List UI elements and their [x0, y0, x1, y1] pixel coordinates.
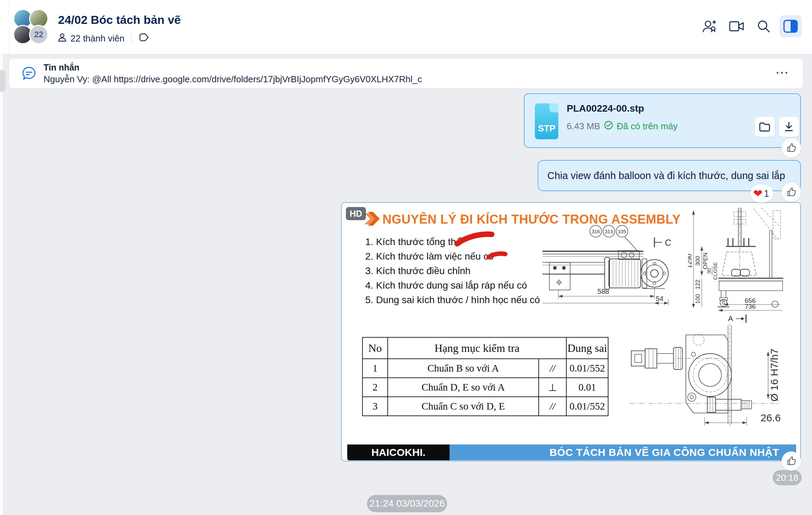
pinned-texts: Tin nhắn Nguyễn Vy: @All https://drive.g…	[44, 63, 422, 85]
download-button[interactable]	[779, 117, 799, 137]
list-item: 3. Kích thước điều chỉnh	[365, 264, 566, 278]
svg-text:316: 316	[592, 229, 600, 234]
file-type-label: STP	[535, 123, 558, 134]
like-button-text[interactable]	[782, 182, 801, 202]
toggle-sidebar-button[interactable]	[780, 15, 802, 37]
image-footer-banner: HAICOKHI. BÓC TÁCH BẢN VẼ GIA CÔNG CHUẨN…	[347, 444, 796, 460]
cell-no: 3	[362, 397, 388, 416]
tag-icon[interactable]	[139, 32, 150, 45]
list-item: 4. Kích thước dung sai lắp ráp nếu có	[365, 278, 566, 293]
reaction-count: 1	[764, 188, 769, 199]
cell-item: Chuẩn C so với D, E	[388, 397, 539, 416]
file-size: 6.43 MB	[567, 121, 600, 132]
video-call-button[interactable]	[726, 15, 748, 37]
cell-no: 1	[362, 359, 388, 378]
svg-text:OPEN: OPEN	[702, 253, 709, 269]
like-button-image[interactable]	[782, 451, 801, 471]
svg-text:300: 300	[695, 256, 701, 266]
cell-symbol: //	[539, 397, 566, 416]
red-marker-stroke-1	[454, 231, 494, 249]
chat-window: 22 24/02 Bóc tách bản vẽ 22 thành viên	[0, 0, 812, 515]
drawing-bearing-detail: A	[625, 310, 787, 429]
members-label[interactable]: 22 thành viên	[70, 33, 124, 44]
cell-tolerance: 0.01	[566, 378, 608, 397]
cell-no: 2	[362, 378, 388, 397]
file-meta: 6.43 MB Đã có trên máy	[567, 120, 678, 132]
svg-text:Ø 16 H7/h7: Ø 16 H7/h7	[768, 348, 780, 401]
column-header-item: Hạng mục kiểm tra	[388, 337, 566, 359]
cell-symbol: ⊥	[539, 378, 566, 397]
group-avatar[interactable]: 22	[13, 9, 48, 44]
svg-text:105: 105	[618, 229, 626, 234]
avatar-count-badge: 22	[29, 25, 48, 44]
members-icon	[57, 32, 67, 45]
svg-text:588: 588	[597, 288, 609, 295]
drawing-conveyor-view: 316 313 105 C	[540, 222, 679, 308]
left-panel-edge	[0, 54, 3, 515]
panel-divider	[9, 0, 9, 54]
group-subtitle: 22 thành viên	[57, 32, 150, 45]
add-member-button[interactable]	[699, 15, 721, 37]
cell-tolerance: 0.01/552	[566, 397, 608, 416]
subtitle-divider	[131, 34, 132, 44]
drawing-machine-elevation: 1290	[688, 206, 789, 315]
chat-header: 22 24/02 Bóc tách bản vẽ 22 thành viên	[0, 0, 812, 54]
svg-text:54: 54	[656, 295, 663, 302]
banner-slogan: BÓC TÁCH BẢN VẼ GIA CÔNG CHUẨN NHẬT	[450, 444, 796, 460]
cell-symbol: //	[539, 359, 566, 378]
date-divider: 21:24 03/03/2026	[367, 495, 447, 512]
svg-text:736: 736	[745, 303, 756, 310]
pinned-more-button[interactable]: ⋯	[775, 65, 789, 80]
open-folder-button[interactable]	[755, 117, 775, 137]
group-title: 24/02 Bóc tách bản vẽ	[58, 13, 181, 27]
svg-text:A: A	[728, 314, 733, 323]
panel-drag-handle[interactable]	[0, 70, 6, 92]
svg-text:100: 100	[695, 294, 701, 304]
column-header-tolerance: Dung sai	[566, 337, 608, 359]
orange-chevron-icon	[364, 211, 380, 228]
pinned-message-bar[interactable]: Tin nhắn Nguyễn Vy: @All https://drive.g…	[9, 59, 803, 88]
text-message-content: Chia view đánh balloon và đi kích thước,…	[547, 170, 785, 181]
reaction-pill[interactable]: ❤ 1	[750, 185, 773, 203]
image-message[interactable]: HD NGUYÊN LÝ ĐI KÍCH THƯỚC TRONG ASSEMBL…	[341, 202, 801, 461]
red-marker-stroke-2	[486, 250, 508, 262]
check-circle-icon	[604, 120, 613, 132]
inspection-table: No Hạng mục kiểm tra Dung sai 1 Chuẩn B …	[362, 337, 608, 416]
table-row: 3 Chuẩn C so với D, E // 0.01/552	[362, 397, 608, 416]
table-row: 1 Chuẩn B so với A // 0.01/552	[362, 359, 608, 378]
cell-item: Chuẩn B so với A	[388, 359, 539, 378]
brand-label: HAICOKHI.	[347, 444, 450, 460]
file-fold	[549, 103, 558, 112]
pinned-message-text: Nguyễn Vy: @All https://drive.google.com…	[44, 74, 422, 85]
heart-reaction-icon: ❤	[753, 188, 763, 199]
message-time: 20:18	[773, 470, 802, 485]
hd-badge: HD	[346, 207, 366, 220]
svg-text:1290: 1290	[688, 254, 693, 268]
svg-text:30: 30	[706, 268, 712, 274]
pinned-title: Tin nhắn	[44, 63, 422, 73]
cell-item: Chuẩn D, E so với A	[388, 378, 539, 397]
stp-file-icon: STP	[535, 103, 558, 139]
svg-text:C: C	[665, 237, 671, 248]
file-name: PLA00224-00.stp	[567, 103, 644, 114]
file-status: Đã có trên máy	[617, 121, 678, 132]
svg-text:26.6: 26.6	[761, 412, 781, 423]
svg-text:122: 122	[695, 280, 701, 289]
svg-text:CLOSE: CLOSE	[712, 262, 718, 280]
search-icon[interactable]	[753, 15, 775, 37]
header-actions	[699, 15, 802, 37]
table-row: 2 Chuẩn D, E so với A ⊥ 0.01	[362, 378, 608, 397]
like-button-file[interactable]	[782, 138, 801, 158]
column-header-no: No	[362, 337, 388, 359]
svg-text:313: 313	[605, 229, 613, 234]
list-item: 5. Dung sai kích thước / hình học nếu có	[365, 293, 566, 307]
cell-tolerance: 0.01/552	[566, 359, 608, 378]
list-item: 2. Kích thước làm việc nếu có	[365, 249, 566, 264]
table-header-row: No Hạng mục kiểm tra Dung sai	[362, 337, 608, 359]
message-bubble-icon	[21, 65, 37, 82]
file-message[interactable]: STP PLA00224-00.stp 6.43 MB Đã có trên m…	[524, 93, 801, 148]
